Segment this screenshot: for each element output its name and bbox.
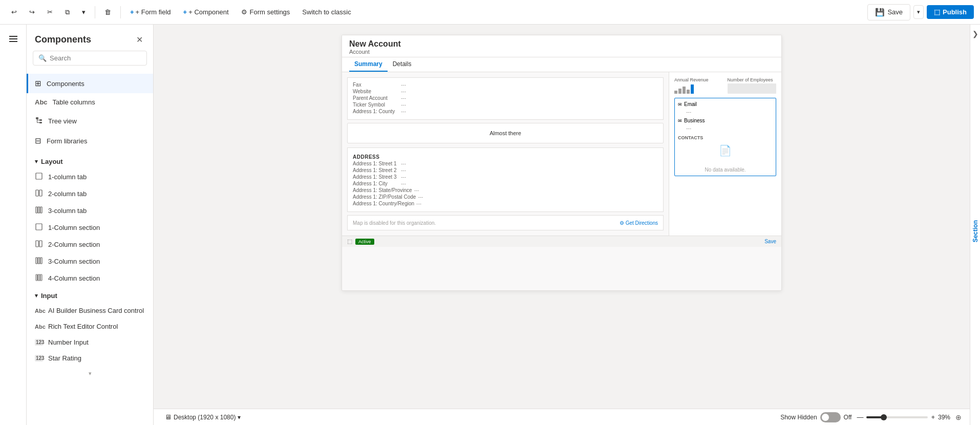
- component-2-column-tab[interactable]: 2-column tab: [27, 185, 153, 202]
- panel-title: Components: [35, 34, 91, 45]
- zoom-slider-thumb[interactable]: [881, 414, 887, 420]
- 2-column-tab-icon: [35, 189, 43, 198]
- fax-value: ---: [401, 82, 406, 88]
- zoom-slider[interactable]: — + 39%: [857, 413, 950, 421]
- desktop-selector[interactable]: 🖥 Desktop (1920 x 1080) ▾: [162, 412, 244, 422]
- field-fax: Fax ---: [353, 82, 658, 88]
- contacts-header: CONTACTS: [678, 135, 773, 140]
- save-mini-button[interactable]: Save: [764, 239, 776, 244]
- publish-icon: ⬚: [934, 8, 940, 16]
- business-label: Business: [684, 118, 705, 123]
- search-input[interactable]: [50, 54, 141, 62]
- no-data-text: No data available.: [678, 167, 773, 173]
- county-value: ---: [401, 109, 406, 114]
- table-columns-icon: Abc: [35, 98, 48, 106]
- ticker-label: Ticker Symbol: [353, 102, 399, 108]
- save-button[interactable]: 💾 Save: [867, 4, 910, 20]
- chevron-down-icon: ▾: [82, 8, 86, 16]
- delete-icon: 🗑: [104, 8, 111, 16]
- redo-icon: ↪: [29, 8, 35, 16]
- cut-button[interactable]: ✂: [42, 5, 58, 19]
- zoom-in-icon[interactable]: +: [931, 413, 935, 421]
- email-value: ---: [678, 109, 773, 115]
- hamburger-menu-button[interactable]: [3, 29, 24, 49]
- 4-column-section-icon: [35, 274, 43, 283]
- side-contact-box: ✉ Email --- ✉ Business --- CONTACTS 📄: [674, 98, 776, 176]
- input-chevron-icon: ▾: [35, 292, 38, 299]
- side-chart-area: Annual Revenue Number of: [674, 77, 776, 94]
- settings-icon: ⚙: [241, 8, 247, 16]
- search-icon: 🔍: [38, 54, 47, 62]
- nav-items: ⊞ Components Abc Table columns: [27, 72, 153, 153]
- svg-rect-17: [38, 258, 40, 264]
- redo-button[interactable]: ↪: [24, 5, 40, 19]
- component-number-input[interactable]: 123 Number Input: [27, 334, 153, 350]
- sidebar-item-components[interactable]: ⊞ Components: [27, 74, 153, 93]
- panel-close-button[interactable]: ✕: [134, 33, 145, 47]
- svg-rect-8: [36, 190, 38, 196]
- delete-button[interactable]: 🗑: [99, 5, 116, 19]
- component-rich-text[interactable]: Abc Rich Text Editor Control: [27, 318, 153, 334]
- svg-rect-0: [36, 117, 38, 119]
- component-ai-builder[interactable]: Abc AI Builder Business Card control: [27, 303, 153, 318]
- publish-button[interactable]: ⬚ Publish: [927, 5, 974, 19]
- components-icon: ⊞: [35, 79, 41, 88]
- tab-details[interactable]: Details: [388, 57, 417, 72]
- zoom-slider-track[interactable]: [866, 416, 928, 418]
- addr-state: Address 1: State/Province ---: [353, 187, 658, 193]
- 1-column-section-icon: [35, 223, 43, 232]
- undo-button[interactable]: ↩: [6, 5, 22, 19]
- fit-screen-icon[interactable]: ⊕: [955, 413, 962, 421]
- layout-section-header[interactable]: ▾ Layout: [27, 153, 153, 168]
- tab-summary[interactable]: Summary: [349, 57, 388, 72]
- save-dropdown-button[interactable]: ▾: [913, 5, 924, 19]
- component-1-column-tab[interactable]: 1-column tab: [27, 168, 153, 185]
- 1-column-tab-icon: [35, 173, 43, 181]
- component-1-column-section[interactable]: 1-Column section: [27, 219, 153, 236]
- address-section: ADDRESS Address 1: Street 1 --- Address …: [347, 147, 664, 212]
- form-subtitle: Account: [349, 49, 774, 55]
- get-directions-button[interactable]: ⚙ Get Directions: [620, 220, 658, 226]
- sidebar-item-table-columns[interactable]: Abc Table columns: [27, 93, 153, 111]
- undo-icon: ↩: [11, 8, 17, 16]
- addr-street1: Address 1: Street 1 ---: [353, 161, 658, 166]
- sidebar-item-tree-view[interactable]: Tree view: [27, 111, 153, 131]
- form-main: Fax --- Website --- Parent Account ---: [342, 72, 669, 236]
- active-badge: Active: [355, 239, 374, 245]
- component-3-column-section[interactable]: 3-Column section: [27, 253, 153, 270]
- add-component-button[interactable]: + + Component: [178, 5, 234, 19]
- addr-country: Address 1: Country/Region ---: [353, 201, 658, 206]
- component-4-column-section[interactable]: 4-Column section: [27, 270, 153, 287]
- component-2-column-section[interactable]: 2-Column section: [27, 236, 153, 253]
- field-county: Address 1: County ---: [353, 109, 658, 114]
- copy-button[interactable]: ⧉: [60, 5, 75, 19]
- save-icon: 💾: [875, 8, 885, 17]
- almost-there-text: Almost there: [489, 130, 521, 136]
- website-label: Website: [353, 89, 399, 94]
- canvas-scroll[interactable]: New Account Account Summary Details: [154, 25, 970, 409]
- form-settings-button[interactable]: ⚙ Form settings: [236, 5, 295, 19]
- svg-rect-9: [39, 190, 42, 196]
- directions-icon: ⚙: [620, 220, 624, 226]
- ai-builder-icon: Abc: [35, 308, 43, 314]
- email-icon: ✉: [678, 102, 682, 107]
- add-form-field-button[interactable]: + + Form field: [125, 5, 176, 19]
- search-box[interactable]: 🔍: [33, 51, 147, 66]
- input-section-header[interactable]: ▾ Input: [27, 287, 153, 303]
- svg-rect-2: [39, 122, 42, 123]
- layout-chevron-icon: ▾: [35, 158, 38, 165]
- svg-rect-13: [36, 224, 42, 230]
- right-panel-toggle[interactable]: ❯ Section: [970, 25, 980, 425]
- sidebar-item-form-libraries[interactable]: ⊟ Form libraries: [27, 131, 153, 151]
- switch-classic-button[interactable]: Switch to classic: [297, 5, 356, 19]
- zoom-out-icon[interactable]: —: [857, 413, 863, 421]
- show-hidden-toggle[interactable]: Show Hidden Off: [780, 412, 851, 422]
- toggle-track[interactable]: [820, 412, 841, 422]
- more-dropdown-button[interactable]: ▾: [77, 5, 91, 19]
- cut-icon: ✂: [47, 8, 53, 16]
- component-star-rating[interactable]: 123 Star Rating: [27, 350, 153, 366]
- component-3-column-tab[interactable]: 3-column tab: [27, 202, 153, 219]
- plus-icon-component: +: [183, 8, 187, 16]
- email-section: ✉ Email: [678, 101, 773, 107]
- business-value: ---: [678, 125, 773, 131]
